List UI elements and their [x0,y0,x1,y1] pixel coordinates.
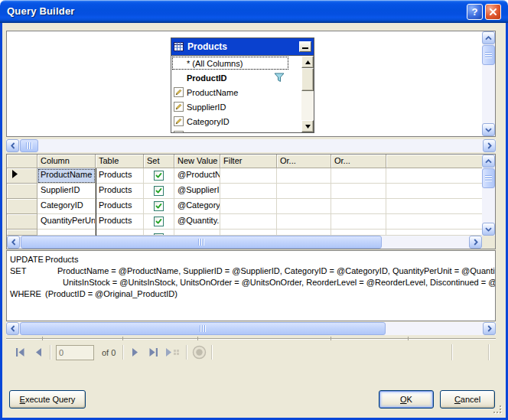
cell-set[interactable] [144,184,174,199]
grid-hscroll-thumb[interactable] [21,236,382,249]
list-item-supplierid[interactable]: SupplierID [171,99,289,114]
list-scroll-thumb[interactable] [301,68,314,91]
sql-horizontal-scrollbar[interactable] [6,322,496,335]
diagram-scroll-up-button[interactable] [482,31,495,44]
grid-scroll-up-button[interactable] [482,155,495,168]
move-last-button[interactable] [144,344,162,361]
cell-set[interactable] [144,199,174,214]
cell-column[interactable]: QuantityPerUnit [37,214,96,230]
grid-horizontal-scrollbar[interactable] [7,236,482,249]
list-item-categoryid[interactable]: CategoryID [171,114,289,129]
sql-scroll-left-button[interactable] [6,322,19,335]
add-new-record-button[interactable] [162,344,184,361]
cell-column[interactable]: ProductName [37,168,96,184]
row-selector[interactable] [7,184,37,199]
cell-or2[interactable] [331,168,386,184]
sql-hscroll-thumb[interactable] [20,322,386,335]
close-button[interactable] [485,4,501,20]
title-bar[interactable]: Query Builder ? [0,0,508,23]
column-header-or1[interactable]: Or... [277,155,331,168]
set-checkbox-checked[interactable] [154,201,164,211]
cell-or2[interactable] [331,214,386,230]
sql-scroll-right-button[interactable] [483,322,496,335]
cell-filter[interactable] [220,184,277,199]
cell-filter[interactable] [220,168,277,184]
products-table-header[interactable]: Products [171,38,314,55]
list-item-productid[interactable]: ProductID [171,70,289,85]
column-header-set[interactable]: Set [144,155,174,168]
diagram-vertical-scrollbar[interactable] [482,31,495,136]
cancel-query-button[interactable] [189,344,209,361]
cell-new-value[interactable]: @Quantity... [174,214,220,230]
move-next-button[interactable] [125,344,144,361]
cell-filter[interactable] [220,230,277,236]
cell-column[interactable]: SupplierID [37,184,96,199]
column-header-filter[interactable]: Filter [220,155,277,168]
cell-new-value[interactable] [174,230,220,236]
cell-column[interactable] [37,230,96,236]
cell-table[interactable]: Products [96,199,144,214]
set-checkbox-checked[interactable] [154,171,164,181]
column-header-new-value[interactable]: New Value [174,155,220,168]
cell-or2[interactable] [331,230,386,236]
list-item-productname[interactable]: ProductName [171,85,289,99]
cell-or1[interactable] [277,199,331,214]
cell-or2[interactable] [331,199,386,214]
grid-scroll-left-button[interactable] [7,236,20,249]
move-first-button[interactable] [11,344,29,361]
help-button[interactable]: ? [467,4,483,20]
cell-or1[interactable] [277,230,331,236]
products-table-card[interactable]: Products * (All Columns) ProductID [171,37,314,133]
cell-filter[interactable] [220,199,277,214]
cell-or1[interactable] [277,184,331,199]
cell-column[interactable]: CategoryID [37,199,96,214]
cell-set[interactable] [144,230,174,236]
diagram-horizontal-scrollbar[interactable] [6,139,496,152]
minimize-table-button[interactable] [299,41,311,52]
cell-new-value[interactable]: @ProductN... [174,168,220,184]
cell-or1[interactable] [277,168,331,184]
position-input[interactable] [56,345,94,360]
grid-vertical-scrollbar[interactable] [482,155,495,236]
cell-table[interactable]: Products [96,168,144,184]
diagram-scroll-thumb[interactable] [482,45,495,65]
column-header-column[interactable]: Column [37,155,96,168]
grid-scroll-down-button[interactable] [482,223,495,236]
set-checkbox-checked[interactable] [154,217,164,226]
set-checkbox-checked[interactable] [154,186,164,196]
diagram-scroll-left-button[interactable] [6,139,19,152]
cell-or1[interactable] [277,214,331,230]
diagram-pane[interactable]: Products * (All Columns) ProductID [6,31,496,137]
ok-button[interactable]: OK [379,390,434,409]
list-item-all-columns[interactable]: * (All Columns) [171,56,289,70]
cell-table[interactable]: Products [96,214,144,230]
cancel-button[interactable]: Cancel [440,390,495,409]
cell-or2[interactable] [331,184,386,199]
resize-grip[interactable] [493,405,503,415]
row-selector-header[interactable] [7,155,37,168]
column-header-or2[interactable]: Or... [331,155,386,168]
column-header-table[interactable]: Table [96,155,144,168]
cell-filter[interactable] [220,214,277,230]
diagram-scroll-down-button[interactable] [482,123,495,136]
table-list-scrollbar[interactable] [301,56,314,132]
cell-table[interactable] [96,230,144,236]
sql-pane[interactable]: UPDATEProducts SETProductName = @Product… [6,250,496,321]
row-selector[interactable] [7,230,37,236]
list-scroll-up-button[interactable] [301,56,314,68]
cell-set[interactable] [144,214,174,230]
diagram-scroll-right-button[interactable] [483,139,496,152]
list-scroll-down-button[interactable] [301,120,314,132]
grid-scroll-thumb[interactable] [482,168,495,188]
diagram-hscroll-thumb[interactable] [20,139,38,152]
row-selector-current[interactable] [7,168,37,184]
cell-set[interactable] [144,168,174,184]
grid-scroll-right-button[interactable] [469,236,482,249]
execute-query-button[interactable]: Execute Query [9,390,86,409]
move-previous-button[interactable] [29,344,47,361]
cell-table[interactable]: Products [96,184,144,199]
cell-new-value[interactable]: @CategoryID [174,199,220,214]
row-selector[interactable] [7,199,37,214]
cell-new-value[interactable]: @SupplierID [174,184,220,199]
row-selector[interactable] [7,214,37,230]
